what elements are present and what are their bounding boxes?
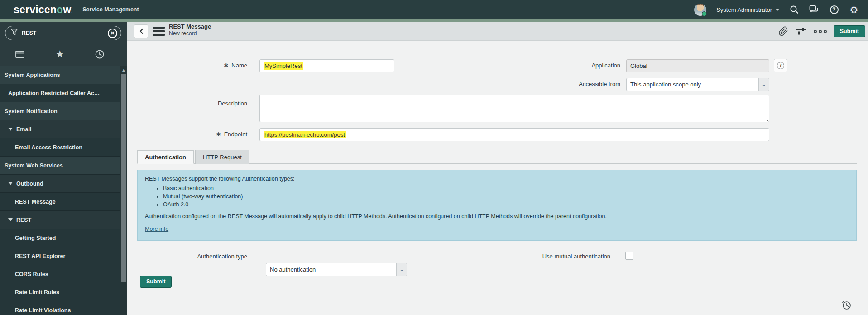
sidebar-item-label: Application Restricted Caller Ac… (8, 90, 100, 96)
tab[interactable]: Authentication (137, 150, 194, 164)
sidebar-item[interactable]: Email (0, 120, 120, 138)
sidebar-item-label: System Applications (5, 72, 60, 78)
user-menu[interactable]: System Administrator (716, 6, 779, 13)
accessible-from-select[interactable]: This application scope only ⌄ (626, 78, 769, 91)
auth-type-select[interactable]: No authentication ⌄ (266, 263, 407, 276)
sidebar-scrollbar[interactable]: ▲ (120, 66, 127, 315)
sidebar-item[interactable]: CORS Rules (0, 265, 120, 283)
sidebar-item[interactable]: REST Message (0, 193, 120, 211)
personalize-form-sliders-icon[interactable] (795, 26, 807, 36)
logo-text-pre: servicen (14, 4, 57, 16)
endpoint-value: https://postman-echo.com/post (264, 131, 346, 138)
sidebar-item-label: Getting Started (15, 235, 56, 241)
sidebar-item-label: System Notification (5, 108, 58, 115)
sidebar-item-label: System Web Services (5, 162, 63, 169)
sidebar-item[interactable]: REST (0, 211, 120, 229)
clear-icon: ✕ (110, 30, 115, 36)
sidebar-item-label: REST (16, 217, 31, 223)
auth-type-label: Authentication type (163, 253, 247, 260)
submit-button-bottom[interactable]: Submit (140, 276, 172, 288)
gear-icon[interactable]: ⚙ (849, 5, 859, 14)
logo-o: o (57, 4, 63, 16)
sidebar-item-label: REST Message (15, 199, 56, 205)
chevron-down-icon (776, 9, 779, 11)
sidebar-item[interactable]: System Notification (0, 102, 120, 120)
info-note: Authentication configured on the REST Me… (145, 213, 849, 220)
favorites-star-icon[interactable]: ★ (40, 43, 80, 65)
search-icon[interactable] (789, 5, 799, 14)
record-title: REST Message (169, 23, 211, 30)
info-icon: i (780, 63, 782, 68)
endpoint-input[interactable]: https://postman-echo.com/post (259, 128, 769, 141)
app-header: servicenow. Service Management System Ad… (0, 0, 868, 19)
form-header-bar: REST Message New record Submit (127, 22, 868, 41)
sidebar-item-label: Rate Limit Rules (15, 289, 59, 296)
sidebar-item[interactable]: Rate Limit Rules (0, 283, 120, 301)
auth-type-item: Basic authentication (163, 185, 849, 191)
logo-text-post: w (63, 4, 71, 16)
tab-label: Authentication (145, 154, 186, 161)
auth-type-item: Mutual (two-way authentication) (163, 193, 849, 200)
user-name-label: System Administrator (716, 6, 772, 13)
accessible-from-label: Accessible from (552, 81, 620, 87)
sidebar-item[interactable]: REST API Explorer (0, 247, 120, 265)
star-glyph: ★ (55, 49, 64, 59)
mutual-auth-checkbox[interactable] (625, 252, 633, 260)
back-button[interactable] (134, 24, 148, 38)
record-subtitle: New record (169, 30, 211, 37)
submit-button-top[interactable]: Submit (834, 25, 865, 38)
avatar[interactable] (694, 4, 706, 16)
servicenow-logo[interactable]: servicenow. (14, 4, 72, 16)
sidebar-item-label: Rate Limit Violations (15, 307, 71, 314)
chat-icon[interactable] (809, 5, 819, 14)
authentication-info-box: REST Messages support the following Auth… (137, 170, 857, 241)
form-footer-divider (137, 271, 859, 271)
history-clock-icon[interactable] (80, 43, 120, 65)
mandatory-icon: ✱ (216, 131, 221, 138)
sidebar-item[interactable]: Application Restricted Caller Ac… (0, 84, 120, 102)
application-info-button[interactable]: i (774, 59, 787, 72)
clear-filter-button[interactable]: ✕ (108, 29, 117, 38)
more-options-icon[interactable] (814, 30, 827, 33)
application-value: Global (630, 62, 647, 69)
accessible-from-value: This application scope only (630, 81, 701, 88)
name-value: MySimpleRest (264, 62, 303, 70)
select-chevron-icon[interactable]: ⌄ (758, 78, 769, 91)
application-label: Application (552, 62, 620, 69)
all-applications-icon[interactable] (0, 43, 40, 65)
filter-funnel-icon (11, 29, 18, 38)
sidebar-item[interactable]: Rate Limit Violations (0, 301, 120, 315)
name-input[interactable]: MySimpleRest (259, 59, 394, 72)
auth-types-list: Basic authenticationMutual (two-way auth… (163, 185, 849, 208)
response-time-clock-icon[interactable] (841, 300, 852, 310)
info-intro: REST Messages support the following Auth… (145, 176, 849, 182)
scrollbar-up-arrow[interactable]: ▲ (120, 67, 127, 73)
help-glyph: ? (832, 6, 835, 13)
sidebar-item[interactable]: System Applications (0, 66, 120, 84)
form-tabs: Authentication HTTP Request (137, 150, 857, 164)
sidebar-item-label: CORS Rules (15, 271, 48, 277)
sidebar-item[interactable]: Getting Started (0, 229, 120, 247)
sidebar-item[interactable]: Email Access Restriction (0, 138, 120, 157)
gear-glyph: ⚙ (850, 5, 858, 14)
select-chevron-icon[interactable]: ⌄ (396, 263, 407, 276)
scrollbar-thumb[interactable] (121, 74, 126, 282)
sidebar-item-label: REST API Explorer (15, 253, 65, 259)
sidebar-item[interactable]: Outbound (0, 175, 120, 193)
auth-type-value: No authentication (270, 266, 316, 273)
main-content: REST Message New record Submit ✱Name MyS… (127, 22, 868, 315)
description-label: Description (163, 100, 247, 107)
more-info-link[interactable]: More info (145, 226, 168, 232)
sidebar-item[interactable]: System Web Services (0, 157, 120, 175)
form-context-menu-icon[interactable] (153, 27, 165, 36)
tab[interactable]: HTTP Request (195, 150, 249, 164)
application-input: Global (626, 59, 769, 72)
attachment-paperclip-icon[interactable] (778, 26, 788, 37)
help-icon[interactable]: ? (829, 5, 839, 14)
description-textarea[interactable] (259, 95, 769, 122)
sidebar-item-label: Email (16, 126, 31, 133)
auth-type-item: OAuth 2.0 (163, 201, 849, 208)
tab-label: HTTP Request (203, 154, 242, 161)
logo-trademark-dot: . (71, 9, 72, 14)
navigator-filter-input[interactable]: REST ✕ (5, 26, 121, 40)
